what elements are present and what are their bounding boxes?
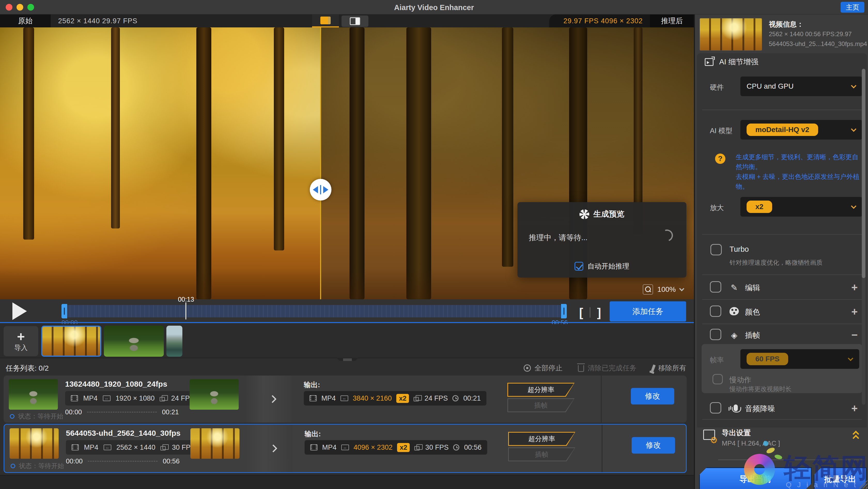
film-icon <box>71 444 79 451</box>
microphone-icon <box>729 404 739 413</box>
clear-completed-button[interactable]: 清除已完成任务 <box>578 363 637 373</box>
gear-icon: ⚙ <box>710 436 718 445</box>
task-list-title: 任务列表: 0/2 <box>6 363 49 373</box>
fps-dropdown[interactable]: 60 FPS <box>740 349 859 369</box>
media-thumb-cat[interactable] <box>104 326 164 357</box>
expand-plus-icon[interactable]: + <box>851 281 858 294</box>
playback-bar: 00:13 00:00 00:56 [ ] 添加任务 <box>0 299 694 323</box>
chevron-down-icon <box>851 126 857 132</box>
scale-dropdown[interactable]: x2 <box>740 197 862 217</box>
color-section-row[interactable]: 颜色 + <box>697 303 867 321</box>
dialog-title-row: 生成预览 <box>518 209 686 219</box>
play-button[interactable] <box>12 302 27 320</box>
video-info-thumbnail <box>700 18 762 51</box>
zoom-control[interactable]: 100% <box>643 284 684 295</box>
trash-icon <box>578 365 584 372</box>
palette-icon <box>729 307 739 317</box>
trim-handle-left[interactable] <box>61 304 67 318</box>
task-list-header: 任务列表: 0/2 全部停止 清除已完成任务 移除所有 <box>0 361 694 374</box>
resolution-icon: ↔ <box>103 445 111 450</box>
fps-label: 帧率 <box>710 356 724 365</box>
trim-brackets[interactable]: [ ] <box>579 305 601 319</box>
chevron-down-icon <box>679 286 684 291</box>
audio-denoise-section-row[interactable]: 音频降噪 + <box>697 400 867 418</box>
expand-plus-icon[interactable]: + <box>851 305 858 318</box>
chevron-down-icon <box>851 204 857 209</box>
loading-spinner-icon <box>659 227 675 243</box>
remove-all-button[interactable]: 移除所有 <box>652 363 686 373</box>
playhead[interactable] <box>185 302 186 319</box>
hardware-dropdown[interactable]: CPU and GPU <box>740 77 862 96</box>
auto-start-checkbox[interactable] <box>575 262 583 271</box>
turbo-checkbox[interactable] <box>710 244 722 255</box>
edit-checkbox[interactable] <box>710 281 721 293</box>
expand-plus-icon[interactable]: + <box>851 402 858 415</box>
panel-scrollbar <box>862 69 865 405</box>
scale-label: 放大 <box>710 203 724 212</box>
import-button[interactable]: + 导入 <box>4 326 38 356</box>
slowmo-checkbox[interactable] <box>712 374 723 384</box>
source-info: MP4 ↔ 1920 × 1080 24 FPS <box>65 391 200 405</box>
auto-start-label: 自动开始推理 <box>587 262 629 271</box>
task-row[interactable]: 13624480_1920_1080_24fps MP4 ↔ 1920 × 10… <box>4 375 687 423</box>
resolution-icon: ↔ <box>341 445 349 450</box>
task-output-thumbnail <box>190 428 240 459</box>
original-frame-image <box>0 27 320 299</box>
audio-denoise-checkbox[interactable] <box>710 402 721 414</box>
status-circle-icon <box>10 464 15 468</box>
film-icon <box>310 444 317 451</box>
split-view-icon <box>350 17 360 25</box>
stop-all-button[interactable]: 全部停止 <box>524 363 562 373</box>
turbo-help: 针对推理速度优化，略微牺牲画质 <box>730 258 823 267</box>
super-resolution-tag: 超分辨率 <box>508 432 575 446</box>
task-name: 13624480_1920_1080_24fps <box>65 380 167 389</box>
frame-interp-checkbox[interactable] <box>710 329 721 340</box>
color-checkbox[interactable] <box>710 305 721 317</box>
collapse-up-icon[interactable] <box>852 431 860 441</box>
export-batch-button[interactable]: 批量导出 <box>814 467 866 489</box>
media-thumb-autumn[interactable] <box>41 326 101 357</box>
trim-handle-right[interactable] <box>561 304 567 318</box>
video-info-filename: 5644053-uhd_25...1440_30fps.mp4 <box>769 40 867 48</box>
add-task-button[interactable]: 添加任务 <box>610 301 686 322</box>
media-thumb-mountain[interactable] <box>166 326 182 357</box>
task-name: 5644053-uhd_2562_1440_30fps <box>66 429 181 437</box>
task-status: 状态：等待开始 <box>10 412 63 421</box>
view-mode-split-button[interactable] <box>342 16 368 27</box>
view-mode-single-button[interactable] <box>312 14 339 27</box>
home-button[interactable]: 主页 <box>841 2 864 13</box>
fps-icon <box>413 397 419 401</box>
result-header-group: 29.97 FPS 4096 × 2302 推理后 <box>549 14 694 27</box>
zoom-level: 100% <box>657 285 676 294</box>
tab-original[interactable]: 原始 <box>0 14 51 27</box>
output-label: 输出: <box>305 429 321 438</box>
export-current-button[interactable]: 导出当前 <box>699 467 812 489</box>
edit-section-row[interactable]: ✎ 编辑 + <box>697 279 867 297</box>
source-info: MP4 ↔ 2562 × 1440 30 FPS <box>66 440 201 455</box>
slowmo-label: 慢动作 <box>730 375 751 385</box>
trim-range: 00:00 00:21 <box>65 408 179 416</box>
compare-divider[interactable] <box>320 27 321 299</box>
ai-model-label: AI 模型 <box>710 126 733 135</box>
trim-open-icon: [ <box>579 305 583 319</box>
fps-icon <box>414 446 420 451</box>
chevron-down-icon <box>848 356 853 361</box>
timeline[interactable]: 00:13 00:00 00:56 <box>61 305 567 317</box>
scale-badge: x2 <box>397 443 410 452</box>
single-view-icon <box>320 17 331 24</box>
clock-icon <box>453 444 459 451</box>
modify-button[interactable]: 修改 <box>632 437 675 454</box>
scrollbar-thumb[interactable] <box>862 69 865 278</box>
question-icon: ? <box>715 154 725 164</box>
task-row-selected[interactable]: 5644053-uhd_2562_1440_30fps MP4 ↔ 2562 ×… <box>4 424 687 473</box>
ai-model-dropdown[interactable]: moDetail-HQ v2 <box>740 120 862 140</box>
resolution-icon: ↔ <box>340 395 348 401</box>
compare-drag-handle[interactable] <box>310 179 332 201</box>
resolution-icon: ↔ <box>103 395 111 401</box>
export-settings-block[interactable]: ⚙ 导出设置 MP4 [ H.264, AAC ] <box>695 427 868 456</box>
tab-result[interactable]: 推理后 <box>650 14 694 27</box>
ai-model-value: moDetail-HQ v2 <box>747 124 818 136</box>
collapse-minus-icon[interactable]: − <box>851 329 858 341</box>
modify-button[interactable]: 修改 <box>631 388 674 404</box>
frame-interp-section-row[interactable]: ◈ 插帧 − <box>697 326 867 344</box>
